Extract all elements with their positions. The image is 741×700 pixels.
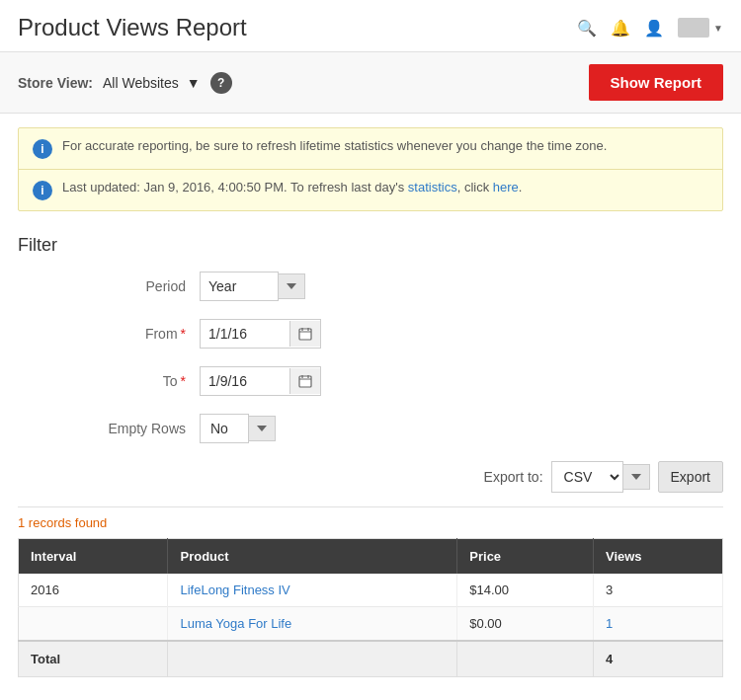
- user-icon[interactable]: 👤: [644, 19, 664, 38]
- here-link[interactable]: here: [493, 180, 519, 194]
- info-icon-2: i: [33, 181, 52, 200]
- from-required: *: [181, 326, 186, 342]
- to-date-input[interactable]: [201, 367, 289, 395]
- cell-views-2: 1: [593, 607, 722, 642]
- table-header-row: Interval Product Price Views: [19, 539, 723, 575]
- cell-price-2: $0.00: [457, 607, 594, 642]
- store-view-value: All Websites: [103, 75, 179, 91]
- export-row: Export to: CSV Excel XML Export: [0, 461, 741, 506]
- views-link-2[interactable]: 1: [606, 616, 613, 631]
- period-dropdown-btn[interactable]: [279, 273, 305, 299]
- empty-rows-label: Empty Rows: [97, 421, 186, 436]
- empty-rows-select[interactable]: No Yes: [200, 414, 249, 443]
- info-banner-2: i Last updated: Jan 9, 2016, 4:00:50 PM.…: [19, 170, 722, 210]
- from-calendar-btn[interactable]: [289, 321, 320, 347]
- col-price: Price: [457, 539, 594, 575]
- footer-views: 4: [593, 641, 722, 677]
- col-views: Views: [593, 539, 722, 575]
- store-view-select[interactable]: All Websites ▼: [103, 75, 201, 91]
- period-select-group: Year Month Day: [200, 272, 305, 301]
- top-header: Product Views Report 🔍 🔔 👤 ▼: [0, 0, 741, 52]
- svg-marker-10: [631, 474, 641, 480]
- search-icon[interactable]: 🔍: [577, 19, 597, 38]
- footer-price: [457, 641, 594, 677]
- export-format-select[interactable]: CSV Excel XML: [551, 461, 623, 493]
- filter-title: Filter: [18, 235, 723, 256]
- to-date-wrap: [200, 366, 321, 396]
- header-icons: 🔍 🔔 👤 ▼: [577, 18, 723, 38]
- info-text-1: For accurate reporting, be sure to refre…: [62, 138, 607, 153]
- store-bar: Store View: All Websites ▼ ? Show Report: [0, 52, 741, 114]
- info-icon-1: i: [33, 139, 52, 159]
- export-format-dropdown-btn[interactable]: [623, 464, 650, 490]
- records-found: 1 records found: [0, 507, 741, 538]
- period-row: Period Year Month Day: [18, 272, 723, 301]
- info-banner-1: i For accurate reporting, be sure to ref…: [19, 128, 722, 170]
- user-dropdown-arrow: ▼: [713, 23, 723, 34]
- from-date-wrap: [200, 319, 321, 349]
- table-body: 2016 LifeLong Fitness IV $14.00 3 Luma Y…: [19, 574, 723, 641]
- bell-icon[interactable]: 🔔: [611, 19, 630, 38]
- help-icon[interactable]: ?: [210, 72, 232, 94]
- svg-marker-0: [287, 283, 296, 289]
- store-bar-left: Store View: All Websites ▼ ?: [18, 72, 232, 94]
- statistics-link[interactable]: statistics: [408, 180, 457, 194]
- col-interval: Interval: [19, 539, 168, 575]
- store-view-arrow: ▼: [187, 75, 201, 91]
- period-label: Period: [97, 278, 186, 294]
- calendar-icon: [298, 327, 312, 341]
- from-label: From*: [97, 326, 186, 342]
- to-calendar-btn[interactable]: [289, 368, 320, 394]
- footer-total-label: Total: [19, 641, 168, 677]
- col-product: Product: [168, 539, 457, 575]
- empty-rows-select-group: No Yes: [200, 414, 276, 443]
- footer-product: [168, 641, 457, 677]
- cell-interval-1: 2016: [19, 574, 168, 607]
- period-select[interactable]: Year Month Day: [200, 272, 279, 301]
- export-label: Export to:: [484, 469, 543, 485]
- info-banners: i For accurate reporting, be sure to ref…: [18, 127, 723, 211]
- cell-price-1: $14.00: [457, 574, 594, 607]
- to-required: *: [181, 373, 186, 389]
- empty-rows-dropdown-btn[interactable]: [249, 416, 276, 441]
- table-row: 2016 LifeLong Fitness IV $14.00 3: [19, 574, 723, 607]
- export-select-wrap: CSV Excel XML: [551, 461, 650, 493]
- cell-product-2: Luma Yoga For Life: [168, 607, 457, 642]
- avatar: [678, 18, 709, 38]
- product-link-2[interactable]: Luma Yoga For Life: [180, 616, 291, 631]
- table-header: Interval Product Price Views: [19, 539, 723, 575]
- product-link-1[interactable]: LifeLong Fitness IV: [180, 583, 289, 597]
- store-view-label: Store View:: [18, 75, 93, 91]
- from-row: From*: [18, 319, 723, 349]
- user-area[interactable]: ▼: [678, 18, 723, 38]
- page-title: Product Views Report: [18, 14, 247, 41]
- svg-marker-9: [257, 426, 267, 431]
- to-label: To*: [97, 373, 186, 389]
- from-date-input[interactable]: [201, 320, 289, 348]
- table-footer-row: Total 4: [19, 641, 723, 677]
- table-row: Luma Yoga For Life $0.00 1: [19, 607, 723, 642]
- info-text-2: Last updated: Jan 9, 2016, 4:00:50 PM. T…: [62, 180, 522, 194]
- to-row: To*: [18, 366, 723, 396]
- report-table: Interval Product Price Views 2016 LifeLo…: [18, 538, 723, 677]
- cell-views-1: 3: [593, 574, 722, 607]
- cell-interval-2: [19, 607, 168, 642]
- show-report-button[interactable]: Show Report: [589, 64, 724, 101]
- empty-rows-row: Empty Rows No Yes: [18, 414, 723, 443]
- table-footer: Total 4: [19, 641, 723, 677]
- calendar-icon-2: [298, 374, 312, 388]
- svg-rect-5: [299, 376, 311, 387]
- svg-rect-1: [299, 329, 311, 340]
- export-button[interactable]: Export: [658, 461, 723, 493]
- cell-product-1: LifeLong Fitness IV: [168, 574, 457, 607]
- filter-section: Filter Period Year Month Day From*: [0, 225, 741, 443]
